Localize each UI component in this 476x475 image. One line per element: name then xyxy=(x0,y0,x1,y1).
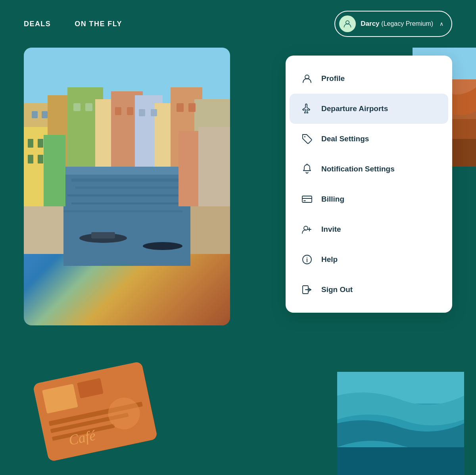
user-menu-button[interactable]: Darcy (Legacy Premium) ∧ xyxy=(334,11,452,37)
svg-rect-40 xyxy=(38,155,43,163)
user-avatar xyxy=(339,15,356,32)
profile-label: Profile xyxy=(321,74,345,83)
nav-links: DEALS ON THE FLY xyxy=(24,20,334,28)
svg-rect-56 xyxy=(337,447,464,475)
svg-rect-24 xyxy=(63,167,190,175)
svg-rect-12 xyxy=(42,111,48,118)
svg-rect-25 xyxy=(71,179,182,182)
svg-rect-16 xyxy=(127,107,133,115)
menu-item-departure-airports[interactable]: Departure Airports xyxy=(290,94,448,124)
header: DEALS ON THE FLY Darcy (Legacy Premium) … xyxy=(0,0,476,48)
svg-rect-61 xyxy=(302,196,312,202)
plane-icon xyxy=(301,102,313,115)
svg-rect-18 xyxy=(151,109,157,116)
svg-rect-39 xyxy=(28,155,33,163)
user-icon xyxy=(301,72,313,85)
svg-rect-29 xyxy=(63,210,182,212)
menu-item-help[interactable]: Help xyxy=(290,244,448,275)
svg-rect-28 xyxy=(71,202,178,204)
svg-rect-36 xyxy=(198,127,230,206)
svg-rect-20 xyxy=(188,103,196,112)
departure-airports-label: Departure Airports xyxy=(321,104,388,113)
invite-label: Invite xyxy=(321,225,341,234)
venice-canal-image xyxy=(24,48,230,325)
svg-rect-14 xyxy=(85,103,92,111)
svg-rect-15 xyxy=(115,107,121,115)
teal-water-image xyxy=(337,372,464,475)
svg-rect-13 xyxy=(73,103,81,111)
help-label: Help xyxy=(321,255,338,264)
menu-item-profile[interactable]: Profile xyxy=(290,63,448,94)
menu-item-invite[interactable]: Invite xyxy=(290,214,448,244)
menu-item-deal-settings[interactable]: Deal Settings xyxy=(290,124,448,154)
chevron-up-icon: ∧ xyxy=(440,21,443,27)
svg-rect-11 xyxy=(32,111,38,118)
svg-rect-27 xyxy=(67,194,182,196)
bell-icon xyxy=(301,163,313,175)
svg-rect-31 xyxy=(91,232,115,238)
invite-icon xyxy=(301,223,313,236)
svg-rect-34 xyxy=(44,135,65,206)
user-name: Darcy (Legacy Premium) xyxy=(361,20,433,28)
menu-item-notification-settings[interactable]: Notification Settings xyxy=(290,154,448,184)
info-icon xyxy=(301,253,313,266)
svg-rect-19 xyxy=(177,103,184,112)
card-icon xyxy=(301,193,313,206)
tag-icon xyxy=(301,133,313,145)
menu-item-billing[interactable]: Billing xyxy=(290,184,448,214)
svg-point-59 xyxy=(304,136,305,137)
nav-deals[interactable]: DEALS xyxy=(24,20,51,28)
notification-settings-label: Notification Settings xyxy=(321,165,395,173)
svg-rect-26 xyxy=(75,187,178,189)
dropdown-menu: Profile Departure Airports Deal Settings xyxy=(286,56,452,313)
svg-rect-37 xyxy=(28,139,33,148)
menu-item-sign-out[interactable]: Sign Out xyxy=(290,275,448,305)
billing-label: Billing xyxy=(321,195,344,204)
nav-on-the-fly[interactable]: ON THE FLY xyxy=(75,20,122,28)
svg-point-69 xyxy=(307,257,307,258)
svg-rect-17 xyxy=(139,109,145,116)
signout-icon xyxy=(301,283,313,296)
sign-out-label: Sign Out xyxy=(321,285,353,294)
svg-rect-38 xyxy=(38,139,43,148)
deal-settings-label: Deal Settings xyxy=(321,135,369,143)
svg-point-32 xyxy=(143,242,182,250)
